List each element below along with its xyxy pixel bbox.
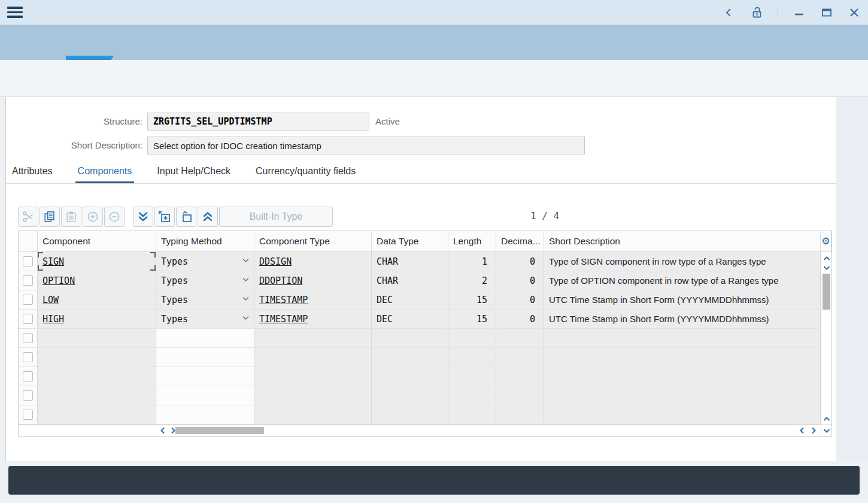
scroll-down-icon[interactable]	[821, 263, 831, 272]
row-checkbox[interactable]	[23, 371, 33, 381]
header-component-type[interactable]: Component Type	[254, 231, 372, 252]
row-checkbox[interactable]	[23, 352, 33, 362]
table-row-empty	[19, 367, 821, 386]
application-toolbar: Hierarchy Display Append Structure... Mo…	[0, 60, 868, 97]
component-type-cell[interactable]: DDOPTION	[254, 271, 372, 290]
close-icon[interactable]	[848, 6, 861, 19]
decimals-cell: 0	[496, 252, 544, 271]
component-type-cell[interactable]: TIMESTAMP	[254, 290, 372, 310]
row-checkbox[interactable]	[23, 410, 33, 420]
delete-row-icon[interactable]	[176, 207, 196, 227]
table-row: LOW Types TIMESTAMP DEC 15 0 UTC Time St…	[19, 290, 821, 310]
footer-area	[0, 461, 868, 503]
data-type-cell: DEC	[372, 310, 448, 329]
sap-gui-window: SAP Dictionary: Display Structure	[0, 0, 868, 503]
short-description-cell: Type of SIGN component in row type of a …	[544, 252, 821, 271]
nav-back-icon[interactable]	[723, 6, 736, 19]
component-cell[interactable]: OPTION	[38, 271, 156, 290]
horizontal-scroll-thumb[interactable]	[175, 427, 264, 434]
scroll-left-icon[interactable]	[157, 425, 167, 436]
table-header-row: Component Typing Method Component Type D…	[19, 231, 831, 252]
scroll-left-icon[interactable]	[797, 425, 806, 436]
cut-icon[interactable]	[18, 207, 38, 227]
chevron-down-icon	[242, 296, 249, 301]
scroll-up-icon[interactable]	[821, 253, 831, 263]
component-type-cell[interactable]: TIMESTAMP	[254, 310, 372, 329]
row-checkbox[interactable]	[23, 314, 33, 324]
minimize-icon[interactable]	[793, 6, 806, 19]
copy-icon[interactable]	[40, 207, 60, 227]
short-description-field[interactable]: Select option for IDOC creation timestam…	[147, 137, 585, 154]
header-length[interactable]: Length	[448, 231, 496, 252]
minus-circle-icon[interactable]	[104, 207, 125, 227]
vertical-scroll-thumb[interactable]	[823, 274, 830, 310]
length-cell: 15	[448, 290, 496, 310]
scroll-down-icon[interactable]	[821, 425, 831, 436]
header-short-description[interactable]: Short Description	[544, 231, 821, 252]
short-description-value: Select option for IDOC creation timestam…	[153, 141, 321, 151]
row-checkbox[interactable]	[23, 390, 33, 401]
tab-input-help-check[interactable]: Input Help/Check	[157, 166, 230, 183]
vertical-scrollbar[interactable]	[821, 252, 831, 425]
component-cell[interactable]: LOW	[38, 290, 156, 310]
row-checkbox[interactable]	[23, 295, 33, 305]
component-cell[interactable]: HIGH	[38, 310, 156, 329]
row-position-indicator: 1 / 4	[530, 210, 559, 222]
header-component[interactable]: Component	[38, 231, 156, 252]
builtin-type-button[interactable]: Built-In Type	[219, 207, 333, 227]
plus-circle-icon[interactable]	[83, 207, 103, 227]
double-chevron-up-icon[interactable]	[198, 207, 218, 227]
insert-row-icon[interactable]	[154, 207, 175, 227]
table-settings-cell: ⚙	[821, 231, 831, 252]
horizontal-scrollbar[interactable]	[19, 425, 821, 436]
typing-method-cell[interactable]: Types	[156, 271, 254, 290]
row-checkbox[interactable]	[23, 333, 33, 343]
typing-method-cell[interactable]: Types	[156, 310, 254, 329]
short-description-cell: UTC Time Stamp in Short Form (YYYYMMDDhh…	[544, 310, 821, 329]
length-cell: 15	[448, 310, 496, 329]
chevron-down-icon	[242, 316, 249, 320]
maximize-icon[interactable]	[820, 6, 833, 19]
table-row: OPTION Types DDOPTION CHAR 2 0 Type of O…	[19, 271, 821, 290]
header-data-type[interactable]: Data Type	[372, 231, 448, 252]
table-row-empty	[19, 348, 821, 367]
header-selection[interactable]	[19, 231, 38, 252]
structure-value: ZRGTITS_SEL_UPDTIMSTMP	[153, 116, 272, 127]
row-checkbox[interactable]	[23, 275, 33, 286]
structure-label: Structure:	[6, 113, 142, 131]
scroll-right-icon[interactable]	[809, 425, 818, 436]
components-table: Component Typing Method Component Type D…	[18, 231, 832, 437]
row-checkbox[interactable]	[23, 256, 33, 266]
data-type-cell: CHAR	[372, 271, 448, 290]
length-cell: 2	[448, 271, 496, 290]
tab-attributes[interactable]: Attributes	[12, 166, 53, 183]
scroll-up-icon[interactable]	[821, 414, 831, 423]
component-type-cell[interactable]: DDSIGN	[254, 252, 372, 271]
dynpro-content: Structure: ZRGTITS_SEL_UPDTIMSTMP Active…	[6, 97, 836, 461]
status-text: Active	[375, 113, 400, 131]
table-row: HIGH Types TIMESTAMP DEC 15 0 UTC Time S…	[19, 310, 821, 329]
window-controls	[723, 0, 861, 25]
typing-method-cell[interactable]: Types	[156, 252, 254, 271]
tab-components[interactable]: Components	[78, 166, 132, 183]
menu-icon[interactable]	[7, 7, 23, 19]
short-description-cell: UTC Time Stamp in Short Form (YYYYMMDDhh…	[544, 290, 821, 310]
header-typing-method[interactable]: Typing Method	[156, 231, 254, 252]
double-chevron-down-icon[interactable]	[133, 207, 153, 227]
tab-strip: Attributes Components Input Help/Check C…	[6, 159, 836, 184]
tab-currency-quantity-fields[interactable]: Currency/quantity fields	[256, 166, 356, 183]
unlock-icon[interactable]	[750, 6, 763, 19]
divider	[778, 7, 778, 19]
system-bar	[0, 0, 868, 25]
typing-method-cell[interactable]: Types	[156, 290, 254, 310]
short-description-cell: Type of OPTION component in row type of …	[544, 271, 821, 290]
decimals-cell: 0	[496, 310, 544, 329]
paste-icon[interactable]	[61, 207, 81, 227]
gear-icon[interactable]: ⚙	[821, 237, 830, 246]
decimals-cell: 0	[496, 290, 544, 310]
window-right-background	[836, 97, 868, 461]
window-left-border	[0, 97, 6, 461]
component-cell[interactable]: SIGN	[38, 252, 156, 271]
header-decimals[interactable]: Decima...	[496, 231, 544, 252]
structure-field[interactable]: ZRGTITS_SEL_UPDTIMSTMP	[147, 113, 369, 131]
